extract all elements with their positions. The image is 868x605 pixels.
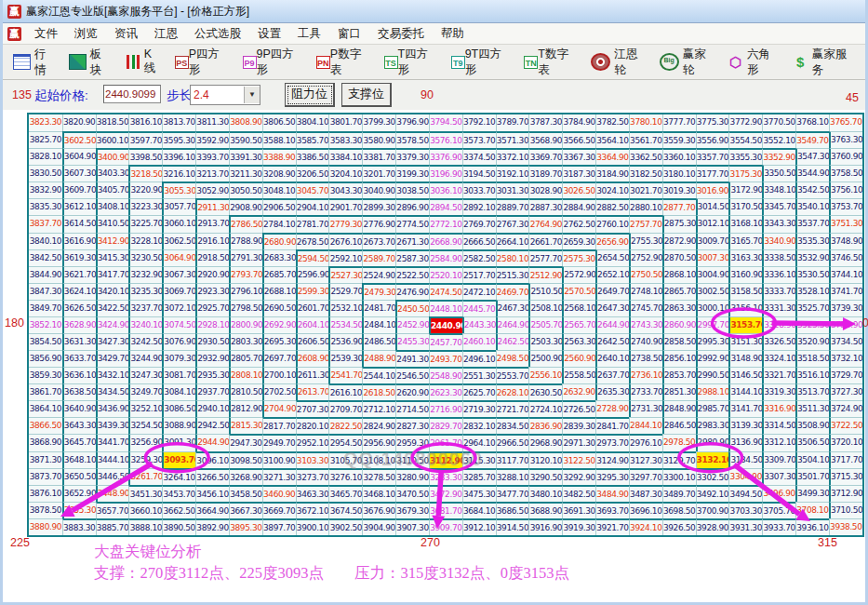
menu-item-file[interactable]: 文件 xyxy=(26,24,66,44)
menu-item-news[interactable]: 资讯 xyxy=(106,24,146,44)
grid-cell: 3076.90 xyxy=(162,333,195,350)
grid-cell: 3019.30 xyxy=(662,182,696,198)
grid-cell: 3708.10 xyxy=(795,502,829,518)
grid-cell: 3787.30 xyxy=(528,114,562,131)
toolbar-item-label: P数字表 xyxy=(330,47,370,78)
grid-cell: 3489.70 xyxy=(662,485,696,502)
grid-cell: 2707.30 xyxy=(296,400,329,417)
grid-cell: 3472.90 xyxy=(429,485,462,502)
grid-cell: 3612.10 xyxy=(62,198,96,215)
grid-cell: 2560.90 xyxy=(562,350,595,367)
grid-cell: 2628.10 xyxy=(496,383,529,400)
grid-cell: 3220.90 xyxy=(128,182,162,198)
grid-cell: 3379.30 xyxy=(395,148,429,165)
toolbar-item-sectors[interactable]: 板块 xyxy=(66,44,114,81)
grid-cell: 3009.70 xyxy=(696,233,729,249)
grid-cell: 3415.30 xyxy=(96,249,129,266)
grid-cell: 2604.10 xyxy=(296,316,329,333)
support-button[interactable]: 支撑位 xyxy=(341,83,392,107)
toolbar-item-label: 9T四方形 xyxy=(465,47,511,78)
toolbar-item-winner-service[interactable]: $赢家服务 xyxy=(790,44,857,81)
grid-cell: 3580.90 xyxy=(362,131,395,148)
grid-cell: 3808.90 xyxy=(229,114,262,131)
toolbar-item-t-square[interactable]: TST四方形 xyxy=(381,44,440,81)
grid-cell: 2800.90 xyxy=(229,316,262,333)
grid-cell: 3892.90 xyxy=(195,518,229,535)
toolbar-item-gann-wheel[interactable]: 江恩轮 xyxy=(588,44,648,81)
menu-item-settings[interactable]: 设置 xyxy=(249,24,289,44)
grid-cell: 2988.10 xyxy=(696,383,729,400)
start-price-input[interactable] xyxy=(103,85,161,103)
chevron-down-icon[interactable]: ▼ xyxy=(244,87,260,103)
toolbar-item-hexagon[interactable]: ⬡六角形 xyxy=(725,44,781,81)
grid-cell: 2750.50 xyxy=(629,266,662,283)
grid-cell: 3552.10 xyxy=(762,131,795,148)
grid-cell: 3091.30 xyxy=(162,434,195,450)
grid-cell: 3072.10 xyxy=(162,300,195,316)
step-select[interactable]: 2.4 ▼ xyxy=(190,85,260,105)
grid-cell: 3576.10 xyxy=(429,131,462,148)
grid-cell: 3684.10 xyxy=(462,502,496,518)
grid-cell: 2925.70 xyxy=(195,300,229,316)
grid-cell: 3806.50 xyxy=(262,114,296,131)
grid-cell: 2992.90 xyxy=(696,350,729,367)
grid-cell: 2544.10 xyxy=(362,367,395,383)
grid-cell: 3156.10 xyxy=(728,300,762,316)
toolbar-item-t-number[interactable]: TNT数字表 xyxy=(521,44,580,81)
menu-item-help[interactable]: 帮助 xyxy=(433,24,473,44)
grid-cell: 3319.30 xyxy=(762,383,795,400)
grid-cell: 3830.50 xyxy=(29,165,62,182)
toolbar-item-9p-square[interactable]: P99P四方形 xyxy=(240,44,305,81)
grid-cell: 3868.90 xyxy=(29,434,62,450)
grid-cell: 2786.50 xyxy=(229,215,262,232)
menu-item-browse[interactable]: 浏览 xyxy=(66,24,106,44)
grid-cell: 2510.50 xyxy=(528,283,562,300)
grid-cell: 3592.90 xyxy=(195,131,229,148)
menu-item-trade[interactable]: 交易委托 xyxy=(369,24,433,44)
grid-cell: 2856.10 xyxy=(662,350,696,367)
grid-cell: 2764.90 xyxy=(528,215,562,232)
toolbar-item-label: 9P四方形 xyxy=(257,47,302,78)
grid-cell: 3088.90 xyxy=(162,417,195,434)
toolbar-item-label: 板块 xyxy=(90,47,111,78)
grid-cell: 2630.50 xyxy=(528,383,562,400)
resistance-button[interactable]: 阻力位 xyxy=(285,83,335,107)
menu-item-gann[interactable]: 江恩 xyxy=(146,24,186,44)
grid-cell: 3429.70 xyxy=(96,350,129,367)
grid-cell: 3297.70 xyxy=(629,468,662,485)
menu-item-window[interactable]: 窗口 xyxy=(329,24,369,44)
toolbar-item-quotes[interactable]: 行情 xyxy=(10,44,58,81)
grid-cell: 2740.90 xyxy=(629,333,662,350)
grid-cell: 2964.10 xyxy=(462,434,496,450)
grid-cell: 3852.10 xyxy=(29,316,62,333)
toolbar-item-p-square[interactable]: PSP四方形 xyxy=(172,44,232,81)
grid-cell: 2673.70 xyxy=(362,233,395,249)
grid-cell: 2716.90 xyxy=(429,400,462,417)
grid-cell: 3456.10 xyxy=(195,485,229,502)
grid-cell: 3628.90 xyxy=(62,316,96,333)
analysis-detail: 支撑：270度3112点、225度3093点 压力：315度3132点、0度31… xyxy=(94,563,569,584)
toolbar-item-p-number[interactable]: PNP数字表 xyxy=(314,44,373,81)
toolbar-item-winner-wheel[interactable]: Big赢家轮 xyxy=(657,44,716,81)
menu-item-tools[interactable]: 工具 xyxy=(289,24,329,44)
grid-cell: 3876.10 xyxy=(29,485,62,502)
menu-item-formula-pick[interactable]: 公式选股 xyxy=(186,24,249,44)
grid-cell: 2947.30 xyxy=(229,434,262,450)
grid-cell: 3494.50 xyxy=(728,485,762,502)
grid-cell: 3664.90 xyxy=(195,502,229,518)
toolbar-item-kline[interactable]: K线 xyxy=(122,45,164,79)
grid-cell: 2858.50 xyxy=(662,333,696,350)
grid-cell: 3081.70 xyxy=(162,367,195,383)
grid-cell: 2644.90 xyxy=(595,316,629,333)
grid-cell: 3547.30 xyxy=(795,148,829,165)
grid-cell: 3096.10 xyxy=(195,451,229,468)
grid-cell: 3792.10 xyxy=(462,114,496,131)
grid-cell: 2935.30 xyxy=(195,367,229,383)
hexagon-icon: ⬡ xyxy=(728,55,743,69)
grid-cell: 3931.30 xyxy=(728,518,762,535)
grid-cell: 2534.50 xyxy=(328,316,362,333)
grid-cell: 3307.30 xyxy=(762,468,795,485)
grid-cell: 2539.30 xyxy=(328,350,362,367)
grid-cell: 2834.50 xyxy=(496,417,529,434)
toolbar-item-9t-square[interactable]: T99T四方形 xyxy=(448,44,514,81)
